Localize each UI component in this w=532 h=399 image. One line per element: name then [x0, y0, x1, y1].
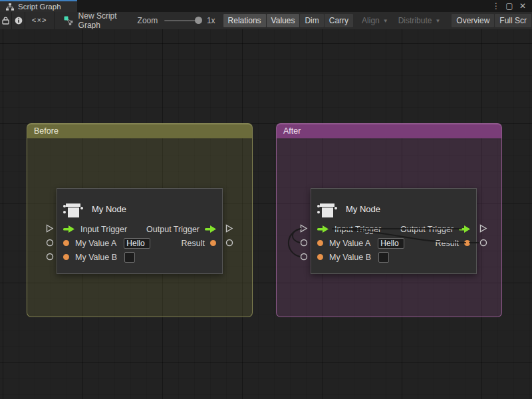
value-b-label: My Value B [329, 253, 371, 262]
value-input-icon [63, 254, 69, 260]
window-maximize-icon[interactable]: ▢ [504, 1, 515, 11]
group-after-label: After [283, 126, 301, 136]
input-trigger-port[interactable] [45, 224, 54, 233]
output-trigger-label: Output Trigger [146, 225, 200, 234]
window-menu-icon[interactable]: ⋮ [491, 1, 501, 11]
value-a-row: My Value A Result [317, 236, 470, 250]
node-title: My Node [92, 204, 126, 214]
info-icon [15, 17, 23, 25]
fullscreen-toggle-label: Full Scr [499, 16, 527, 25]
code-icon: <×> [32, 17, 47, 25]
tab-title: Script Graph [18, 3, 61, 11]
graph-canvas[interactable]: Before After My Node [0, 29, 532, 399]
relations-toggle-label: Relations [228, 16, 261, 25]
value-output-icon [210, 240, 216, 246]
graph-hierarchy-icon [6, 3, 14, 11]
value-b-port[interactable] [300, 253, 308, 261]
distribute-dropdown[interactable]: Distribute ▼ [394, 14, 446, 27]
flow-output-icon [205, 225, 216, 233]
output-trigger-label: Output Trigger [400, 225, 454, 234]
dim-toggle-label: Dim [305, 16, 319, 25]
chevron-down-icon: ▼ [435, 18, 440, 24]
overview-button-label: Overview [456, 16, 489, 25]
group-after-header[interactable]: After [277, 124, 501, 138]
output-trigger-port[interactable] [479, 224, 487, 233]
group-before-label: Before [34, 126, 59, 136]
value-b-port[interactable] [46, 253, 54, 261]
value-a-label: My Value A [329, 239, 370, 248]
window-close-icon[interactable]: ✕ [517, 1, 528, 11]
overview-button[interactable]: Overview [452, 14, 494, 27]
value-input-icon [317, 254, 323, 260]
value-b-label: My Value B [75, 253, 117, 262]
node-header: My Node [311, 189, 476, 222]
value-input-icon [63, 240, 69, 246]
info-button[interactable] [12, 12, 25, 29]
lock-button[interactable] [0, 12, 11, 29]
input-trigger-port[interactable] [299, 224, 308, 233]
flow-input-icon [317, 225, 329, 233]
carry-toggle-label: Carry [329, 16, 348, 25]
relations-toggle[interactable]: Relations [223, 14, 266, 27]
node-my-node-before[interactable]: My Node Input Trigger Output Trigger [57, 188, 223, 274]
value-output-icon [464, 240, 470, 246]
input-trigger-label: Input Trigger [80, 225, 127, 234]
script-graph-window: Script Graph ⋮ ▢ ✕ <×> [0, 0, 532, 399]
zoom-value: 1x [207, 16, 215, 25]
node-title: My Node [346, 204, 380, 214]
value-input-icon [317, 240, 323, 246]
flow-input-icon [63, 225, 74, 233]
tab-script-graph[interactable]: Script Graph [0, 0, 77, 12]
value-a-port[interactable] [46, 239, 54, 247]
new-script-graph-icon [64, 12, 74, 29]
code-view-button[interactable]: <×> [25, 12, 54, 29]
node-my-node-after[interactable]: My Node Input Trigger Output Trigger [311, 188, 477, 274]
fullscreen-toggle[interactable]: Full Scr [495, 14, 531, 27]
chevron-down-icon: ▼ [383, 18, 388, 24]
align-dropdown-label: Align [362, 16, 380, 25]
node-header: My Node [57, 189, 222, 222]
node-body[interactable]: My Node Input Trigger Output Trigger [311, 188, 477, 274]
value-b-checkbox[interactable] [124, 252, 135, 263]
tab-bar: Script Graph ⋮ ▢ ✕ [0, 0, 532, 12]
result-label: Result [182, 239, 205, 248]
input-trigger-label: Input Trigger [334, 225, 381, 234]
window-controls: ⋮ ▢ ✕ [491, 0, 532, 12]
trigger-row: Input Trigger Output Trigger [317, 222, 470, 236]
zoom-slider[interactable] [164, 20, 201, 21]
result-label: Result [436, 239, 459, 248]
zoom-slider-handle[interactable] [195, 17, 202, 24]
value-a-port[interactable] [300, 239, 308, 247]
distribute-dropdown-label: Distribute [398, 16, 432, 25]
output-trigger-port[interactable] [225, 224, 233, 233]
node-body[interactable]: My Node Input Trigger Output Trigger [57, 188, 223, 274]
flow-output-icon [459, 225, 470, 233]
value-a-input[interactable] [124, 238, 150, 249]
unit-node-icon [317, 200, 338, 219]
result-port[interactable] [479, 239, 487, 247]
graph-toolbar: <×> New Script Graph Zoom 1x Relations V… [0, 12, 532, 29]
graph-name-label: New Script Graph [78, 12, 120, 29]
group-before-header[interactable]: Before [27, 124, 252, 138]
lock-icon [2, 17, 9, 25]
dim-toggle[interactable]: Dim [300, 14, 323, 27]
unit-node-icon [63, 200, 84, 219]
zoom-label: Zoom [138, 16, 158, 25]
value-a-row: My Value A Result [63, 236, 216, 250]
carry-toggle[interactable]: Carry [325, 14, 353, 27]
toolbar-separator [54, 12, 55, 29]
node-port-rows: Input Trigger Output Trigger [57, 222, 222, 264]
align-dropdown[interactable]: Align ▼ [357, 14, 393, 27]
values-toggle[interactable]: Values [267, 14, 300, 27]
value-a-input[interactable] [378, 238, 404, 249]
value-b-row: My Value B [63, 250, 216, 264]
value-b-row: My Value B [317, 250, 470, 264]
values-toggle-label: Values [271, 16, 295, 25]
value-b-checkbox[interactable] [378, 252, 389, 263]
result-port[interactable] [225, 239, 233, 247]
trigger-row: Input Trigger Output Trigger [63, 222, 216, 236]
value-a-label: My Value A [75, 239, 116, 248]
node-port-rows: Input Trigger Output Trigger [311, 222, 476, 264]
